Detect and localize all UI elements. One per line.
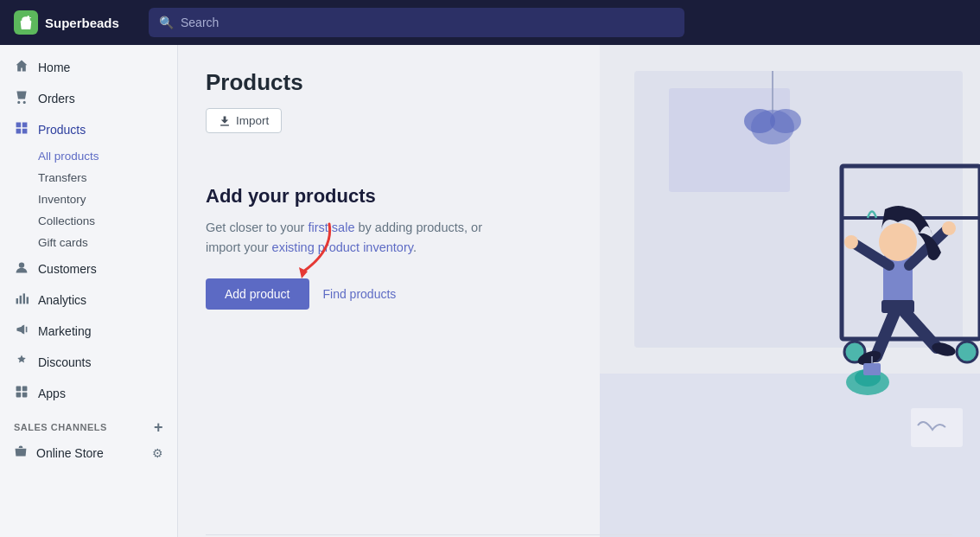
online-store-row: Online Store ⚙ [0, 438, 177, 467]
sidebar-item-marketing[interactable]: Marketing [0, 316, 177, 347]
sidebar-label-products: Products [38, 123, 86, 137]
import-button[interactable]: Import [206, 108, 282, 133]
online-store-icon [14, 444, 28, 461]
svg-rect-2 [20, 296, 22, 304]
svg-rect-32 [881, 300, 914, 313]
sales-channels-label: SALES CHANNELS [14, 422, 107, 432]
find-products-link[interactable]: Find products [323, 287, 397, 301]
divider-line [206, 534, 952, 535]
sidebar-sub-transfers[interactable]: Transfers [38, 167, 177, 189]
layout: Home Orders Products All products Transf… [0, 45, 980, 537]
svg-point-20 [957, 342, 977, 362]
sidebar-item-orders[interactable]: Orders [0, 83, 177, 114]
brand-name: Superbeads [45, 16, 119, 30]
add-product-button[interactable]: Add product [206, 278, 309, 310]
topbar: Superbeads 🔍 [0, 0, 980, 45]
sidebar-sub-gift-cards[interactable]: Gift cards [38, 232, 177, 253]
sidebar-item-customers[interactable]: Customers [0, 253, 177, 284]
sidebar-label-customers: Customers [38, 262, 97, 276]
apps-icon [14, 385, 29, 402]
svg-rect-33 [600, 374, 980, 537]
products-icon [14, 121, 29, 138]
svg-rect-4 [27, 297, 29, 304]
svg-point-30 [942, 221, 956, 235]
sidebar-item-analytics[interactable]: Analytics [0, 284, 177, 316]
sidebar-item-discounts[interactable]: Discounts [0, 347, 177, 378]
brand: Superbeads [14, 10, 135, 35]
home-icon [14, 59, 29, 76]
svg-point-37 [876, 382, 885, 391]
svg-rect-8 [22, 393, 28, 398]
customers-icon [14, 260, 29, 278]
svg-point-31 [879, 223, 917, 261]
sidebar-label-home: Home [38, 61, 70, 74]
sidebar: Home Orders Products All products Transf… [0, 45, 178, 537]
add-sales-channel-button[interactable]: + [154, 419, 163, 435]
analytics-icon [14, 291, 29, 309]
sidebar-label-marketing: Marketing [38, 324, 91, 338]
sales-channels-header: SALES CHANNELS + [0, 409, 177, 438]
sidebar-item-home[interactable]: Home [0, 52, 177, 83]
svg-rect-6 [22, 387, 28, 392]
online-store-item[interactable]: Online Store [14, 444, 104, 461]
marketing-icon [14, 323, 29, 340]
sidebar-label-analytics: Analytics [38, 293, 86, 307]
sidebar-label-discounts: Discounts [38, 355, 91, 369]
illustration [600, 45, 980, 537]
highlight-text-2: existing product inventory [272, 240, 413, 254]
svg-point-0 [19, 262, 24, 267]
svg-rect-1 [16, 298, 18, 304]
import-icon [219, 115, 231, 127]
svg-rect-40 [911, 408, 963, 447]
svg-rect-9 [220, 125, 229, 125]
svg-rect-5 [16, 387, 22, 392]
brand-icon [14, 10, 38, 35]
sidebar-sub-inventory[interactable]: Inventory [38, 189, 177, 210]
main-inner: Products Import Add your products Get cl… [178, 45, 980, 537]
orders-icon [14, 90, 29, 107]
search-bar[interactable]: 🔍 [149, 8, 684, 37]
highlight-text: first sale [308, 221, 354, 234]
sidebar-sub-collections[interactable]: Collections [38, 210, 177, 232]
svg-point-17 [770, 109, 801, 133]
search-input[interactable] [181, 16, 674, 29]
svg-rect-3 [23, 293, 25, 304]
sidebar-sub-all-products[interactable]: All products [38, 145, 177, 167]
sidebar-label-orders: Orders [38, 92, 75, 105]
svg-rect-7 [16, 393, 22, 398]
main-content: Products Import Add your products Get cl… [178, 45, 980, 537]
online-store-label: Online Store [36, 446, 104, 460]
sidebar-item-products[interactable]: Products [0, 114, 177, 145]
svg-marker-10 [299, 267, 308, 278]
discounts-icon [14, 354, 29, 371]
sidebar-label-apps: Apps [38, 387, 66, 400]
sidebar-item-apps[interactable]: Apps [0, 378, 177, 409]
svg-point-36 [850, 382, 859, 391]
search-icon: 🔍 [159, 16, 174, 29]
products-submenu: All products Transfers Inventory Collect… [0, 145, 177, 253]
online-store-settings-icon[interactable]: ⚙ [152, 446, 163, 460]
add-products-desc: Get closer to your first sale by adding … [206, 218, 500, 258]
import-btn-label: Import [236, 114, 269, 127]
svg-rect-38 [863, 363, 881, 375]
svg-point-29 [844, 235, 858, 249]
